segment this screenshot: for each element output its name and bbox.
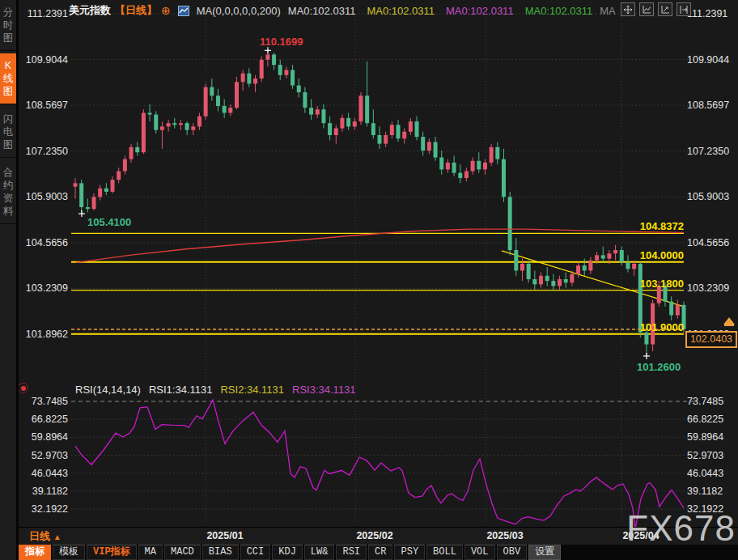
date-axis-bar: 日线 ▲ 2025/012025/022025/032025/04 (19, 527, 738, 545)
date-label-2: 2025/03 (477, 530, 533, 541)
rsi-axis-left-1: 66.8225 (19, 414, 68, 425)
chart-header: 美元指数 【日线】 ⊕ MA(0,0,0,0,0,200) MA0:102.03… (69, 2, 616, 19)
rsi-axis-right-0: 73.7485 (687, 396, 737, 407)
ma-value-0: MA0:102.0311 (288, 5, 356, 17)
rsi-axis-left-4: 46.0443 (19, 468, 68, 479)
rsi-axis-right-3: 52.9703 (687, 450, 737, 461)
price-axis-right-0: 111.2391 (687, 8, 737, 19)
price-axis-right-2: 108.5697 (687, 100, 737, 111)
chart-type-sidebar: 分时图K线图闪电图合约资料 (0, 0, 19, 560)
rsi-axis-left-5: 39.1182 (19, 486, 68, 497)
rsi3-value: RSI3:34.1131 (292, 384, 356, 396)
date-label-1: 2025/02 (346, 530, 403, 541)
period-selector[interactable]: 【日线】 (115, 3, 157, 18)
price-axis-left-1: 109.9044 (19, 54, 68, 66)
rsi2-value: RSI2:34.1131 (220, 384, 284, 396)
ma-values-group: MA0:102.0311MA0:102.0311MA0:102.0311MA0:… (288, 5, 592, 17)
level-label-1: 104.0000 (626, 249, 684, 261)
chart-window: 分时图K线图闪电图合约资料 美元指数 【日线】 ⊕ MA(0,0,0,0,0,2… (0, 0, 738, 560)
level-label-2: 103.1800 (626, 278, 684, 290)
indicator-tab-12[interactable]: BOLL (426, 545, 463, 560)
sidebar-tab-0[interactable]: 分时图 (0, 0, 16, 51)
indicator-tab-6[interactable]: CCI (240, 545, 271, 560)
indicator-tab-2[interactable]: VIP指标 (87, 545, 137, 560)
rsi-axis-left-0: 73.7485 (19, 396, 68, 407)
indicator-tab-5[interactable]: BIAS (202, 545, 239, 560)
indicator-tab-8[interactable]: LW& (304, 545, 335, 560)
rsi-axis-left-3: 52.9703 (19, 450, 68, 461)
price-marker-arrow[interactable] (723, 317, 735, 325)
dec-low-annotation: 105.4100 (87, 216, 131, 228)
chart-toolbar (621, 2, 691, 16)
rsi-axis-right-2: 59.8964 (687, 431, 737, 443)
price-axis-left-4: 105.9003 (19, 191, 68, 202)
level-label-3: 101.9000 (626, 321, 684, 333)
price-axis-left-3: 107.2350 (19, 146, 68, 157)
indicator-tabbar: 指标模板VIP指标MAMACDBIASCCIKDJLW&RSICRPSYBOLL… (19, 545, 738, 560)
ma-value-2: MA0:102.0311 (446, 5, 514, 17)
indicator-tab-10[interactable]: CR (368, 545, 392, 560)
sidebar-tab-1[interactable]: K线图 (0, 53, 16, 104)
current-price-box: 102.0403 (685, 331, 737, 348)
high-price-annotation: 110.1699 (260, 36, 303, 48)
collapse-panel-icon[interactable] (676, 2, 691, 16)
price-axis-right-6: 103.2309 (687, 282, 737, 294)
rsi-axis-right-1: 66.8225 (687, 414, 737, 425)
price-axis-left-0: 111.2391 (19, 8, 68, 19)
date-label-3: 2025/04 (613, 530, 669, 541)
ma-suffix-label: MA (600, 5, 616, 17)
indicator-tab-11[interactable]: PSY (394, 545, 425, 560)
mini-chart-icon (178, 6, 189, 16)
add-indicator-icon[interactable]: ⊕ (161, 4, 171, 17)
pan-icon[interactable] (621, 2, 635, 16)
price-axis-left-5: 104.5656 (19, 237, 68, 248)
sidebar-tab-3[interactable]: 合约资料 (0, 160, 16, 224)
indicator-tab-4[interactable]: MACD (164, 545, 201, 560)
price-axis-left-6: 103.2309 (19, 282, 68, 294)
sidebar-tab-2[interactable]: 闪电图 (0, 107, 16, 158)
indicator-tab-7[interactable]: KDJ (272, 545, 303, 560)
ma-value-3: MA0:102.0311 (525, 5, 593, 17)
price-axis-right-3: 107.2350 (687, 146, 737, 157)
price-axis-right-4: 105.9003 (687, 191, 737, 202)
indicator-tab-13[interactable]: VOL (464, 545, 495, 560)
rsi1-value: RSI1:34.1131 (149, 384, 213, 396)
ma-value-1: MA0:102.0311 (367, 5, 435, 17)
rsi-axis-right-5: 39.1182 (687, 486, 737, 497)
rsi-settings-icon[interactable] (18, 383, 28, 393)
indicator-tab-1[interactable]: 模板 (53, 545, 85, 560)
ma-formula-label: MA(0,0,0,0,0,200) (197, 5, 281, 17)
axis-zoom-icon[interactable] (639, 2, 654, 16)
price-axis-right-1: 109.9044 (687, 54, 737, 66)
axis-shift-icon[interactable] (658, 2, 672, 16)
rsi-header: RSI(14,14,14) RSI1:34.1131 RSI2:34.1131 … (75, 384, 356, 396)
period-arrow-icon: ▲ (53, 532, 62, 541)
rsi-formula-label: RSI(14,14,14) (75, 384, 141, 396)
price-axis-left-2: 108.5697 (19, 100, 68, 111)
price-axis-right-5: 104.5656 (687, 237, 737, 248)
level-label-0: 104.8372 (626, 220, 684, 232)
rsi-axis-left-2: 59.8964 (19, 431, 68, 443)
period-label: 日线 (29, 530, 50, 542)
indicator-tab-14[interactable]: OBV (497, 545, 528, 560)
apr-low-annotation: 101.2600 (637, 361, 681, 373)
indicator-tab-15[interactable]: 设置 (528, 545, 561, 560)
rsi-axis-left-6: 32.1922 (19, 503, 68, 515)
indicator-tab-9[interactable]: RSI (336, 545, 367, 560)
period-dropdown[interactable]: 日线 ▲ (29, 529, 62, 544)
rsi-axis-right-4: 46.0443 (687, 468, 737, 479)
indicator-tab-3[interactable]: MA (138, 545, 163, 560)
date-label-0: 2025/01 (197, 530, 253, 541)
rsi-axis-right-6: 32.1922 (687, 503, 737, 515)
indicator-tab-0[interactable]: 指标 (19, 545, 51, 560)
price-axis-left-7: 101.8962 (19, 329, 68, 340)
symbol-title: 美元指数 (69, 3, 111, 18)
